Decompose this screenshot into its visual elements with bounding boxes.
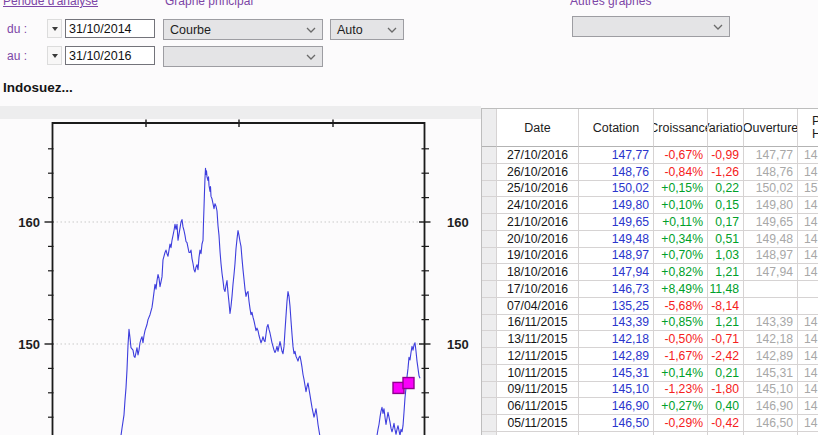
- column-header-croissance[interactable]: Croissance: [654, 109, 708, 147]
- cell-ouverture: 149,80: [744, 197, 798, 214]
- row-selector: [482, 181, 497, 198]
- cell-cotation: 148,97: [579, 248, 654, 265]
- table-row[interactable]: 26/10/2016148,76-0,84%-1,26148,7614: [482, 164, 818, 181]
- y-axis-label-right: 160: [447, 215, 469, 230]
- cell-variation: -1,26: [708, 164, 744, 181]
- cell-plus_haut: 14: [798, 348, 818, 365]
- cell-croissance: +0,70%: [654, 248, 708, 265]
- autres-graphes-select[interactable]: [572, 16, 730, 37]
- cell-cotation: 142,18: [579, 331, 654, 348]
- table-row[interactable]: 17/10/2016146,73+8,49%11,48: [482, 281, 818, 298]
- cell-plus_haut: 14: [798, 315, 818, 332]
- cell-croissance: +0,34%: [654, 231, 708, 248]
- annotation-marker[interactable]: [403, 378, 414, 389]
- cell-variation: -1,80: [708, 382, 744, 399]
- table-row[interactable]: 19/10/2016148,97+0,70%1,03148,9714: [482, 248, 818, 265]
- table-row[interactable]: 09/11/2015145,10-1,23%-1,80145,1014: [482, 382, 818, 399]
- table-row[interactable]: 05/11/2015146,50-0,29%-0,42146,5014: [482, 415, 818, 432]
- table-row[interactable]: 20/10/2016149,48+0,34%0,51149,4814: [482, 231, 818, 248]
- cell-date: 20/10/2016: [497, 231, 579, 248]
- cell-cotation: 146,73: [579, 281, 654, 298]
- cell-cotation: 146,50: [579, 415, 654, 432]
- price-curve: [121, 168, 420, 435]
- cell-variation: -0,71: [708, 331, 744, 348]
- cell-plus_haut: [798, 281, 818, 298]
- cell-variation: 0,40: [708, 398, 744, 415]
- cell-date: 12/11/2015: [497, 348, 579, 365]
- cell-cotation: 148,76: [579, 164, 654, 181]
- cell-variation: 11,48: [708, 281, 744, 298]
- cell-ouverture: 146,50: [744, 415, 798, 432]
- cell-cotation: 143,39: [579, 315, 654, 332]
- column-header-cotation[interactable]: Cotation: [579, 109, 654, 147]
- row-selector: [482, 231, 497, 248]
- cell-croissance: +0,11%: [654, 214, 708, 231]
- cell-variation: -0,42: [708, 415, 744, 432]
- table-row[interactable]: 24/10/2016149,80+0,10%0,15149,8014: [482, 197, 818, 214]
- table-row[interactable]: 27/10/2016147,77-0,67%-0,99147,7714: [482, 147, 818, 164]
- cell-ouverture: 146,90: [744, 398, 798, 415]
- cell-ouverture: 147,94: [744, 264, 798, 281]
- cell-plus_haut: 14: [798, 214, 818, 231]
- cell-ouverture: 145,10: [744, 382, 798, 399]
- cell-ouverture: 149,48: [744, 231, 798, 248]
- cell-date: 05/11/2015: [497, 415, 579, 432]
- row-selector: [482, 298, 497, 315]
- row-selector: [482, 415, 497, 432]
- cell-plus_haut: [798, 298, 818, 315]
- row-selector: [482, 214, 497, 231]
- column-header-plus_haut[interactable]: Plus Haut: [798, 109, 818, 147]
- cell-date: 24/10/2016: [497, 197, 579, 214]
- stock-analysis-window: { "header": { "periode_analyse_label": "…: [0, 0, 818, 435]
- cell-variation: 0,21: [708, 365, 744, 382]
- cell-plus_haut: 15: [798, 181, 818, 198]
- row-selector: [482, 147, 497, 164]
- cell-plus_haut: 14: [798, 331, 818, 348]
- table-row[interactable]: 06/11/2015146,90+0,27%0,40146,9014: [482, 398, 818, 415]
- cell-croissance: +0,15%: [654, 181, 708, 198]
- cell-variation: -2,42: [708, 348, 744, 365]
- cell-croissance: +0,27%: [654, 398, 708, 415]
- table-row[interactable]: 07/04/2016135,25-5,68%-8,14: [482, 298, 818, 315]
- cell-cotation: 149,48: [579, 231, 654, 248]
- cell-cotation: 145,31: [579, 365, 654, 382]
- cell-cotation: 150,02: [579, 181, 654, 198]
- table-row[interactable]: 13/11/2015142,18-0,50%-0,71142,1814: [482, 331, 818, 348]
- quotes-table: DateCotationCroissanceVariationOuverture…: [481, 108, 818, 435]
- table-row[interactable]: 25/10/2016150,02+0,15%0,22150,0215: [482, 181, 818, 198]
- cell-date: 17/10/2016: [497, 281, 579, 298]
- y-axis-label-left: 160: [18, 215, 40, 230]
- column-header-date[interactable]: Date: [497, 109, 579, 147]
- table-row[interactable]: 12/11/2015142,89-1,67%-2,42142,8914: [482, 348, 818, 365]
- cell-date: 09/11/2015: [497, 382, 579, 399]
- cell-plus_haut: 14: [798, 248, 818, 265]
- column-header-ouverture[interactable]: Ouverture: [744, 109, 798, 147]
- price-chart: 150150160160: [0, 0, 480, 435]
- cell-plus_haut: 14: [798, 231, 818, 248]
- cell-cotation: 142,89: [579, 348, 654, 365]
- cell-ouverture: 147,77: [744, 147, 798, 164]
- column-header-variation[interactable]: Variation: [708, 109, 744, 147]
- cell-plus_haut: 14: [798, 147, 818, 164]
- cell-date: 06/11/2015: [497, 398, 579, 415]
- cell-ouverture: [744, 298, 798, 315]
- y-axis-label-right: 150: [447, 337, 469, 352]
- table-row[interactable]: 18/10/2016147,94+0,82%1,21147,9414: [482, 264, 818, 281]
- table-row[interactable]: 21/10/2016149,65+0,11%0,17149,6514: [482, 214, 818, 231]
- table-row[interactable]: 10/11/2015145,31+0,14%0,21145,3114: [482, 365, 818, 382]
- cell-variation: 0,22: [708, 181, 744, 198]
- cell-plus_haut: 14: [798, 382, 818, 399]
- cell-variation: -8,14: [708, 298, 744, 315]
- cell-date: 27/10/2016: [497, 147, 579, 164]
- cell-ouverture: 148,97: [744, 248, 798, 265]
- cell-croissance: -0,84%: [654, 164, 708, 181]
- cell-ouverture: 142,89: [744, 348, 798, 365]
- cell-plus_haut: 14: [798, 164, 818, 181]
- table-row[interactable]: 16/11/2015143,39+0,85%1,21143,3914: [482, 315, 818, 332]
- cell-cotation: 147,94: [579, 264, 654, 281]
- cell-ouverture: 145,31: [744, 365, 798, 382]
- cell-ouverture: 148,76: [744, 164, 798, 181]
- cell-variation: 0,15: [708, 197, 744, 214]
- cell-variation: 1,21: [708, 264, 744, 281]
- cell-ouverture: 150,02: [744, 181, 798, 198]
